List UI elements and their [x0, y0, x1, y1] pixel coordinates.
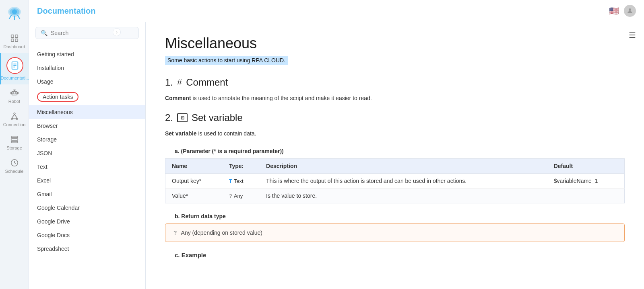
- nav-list: Getting started Installation Usage Actio…: [29, 44, 145, 289]
- row1-type: T Text: [223, 173, 260, 188]
- row1-desc: This is where the output of this action …: [260, 173, 547, 188]
- svg-line-3: [9, 15, 11, 19]
- table-row: Value* ? Any Is the value to store.: [165, 188, 625, 203]
- sidebar-item-dashboard[interactable]: Dashboard: [0, 30, 29, 53]
- nav-item-excel[interactable]: Excel: [29, 174, 145, 187]
- row2-desc: Is the value to store.: [260, 188, 547, 203]
- top-bar-right: 🇺🇸: [609, 5, 636, 17]
- app-title: Documentation: [37, 6, 96, 16]
- col-default: Default: [547, 158, 625, 173]
- type-t-icon: T: [229, 178, 232, 184]
- section-1-num: 1.: [165, 77, 173, 88]
- nav-item-action-tasks[interactable]: Action tasks: [29, 88, 145, 105]
- nav-item-google-calendar[interactable]: Google Calendar: [29, 201, 145, 215]
- section-2-desc: Set variable is used to contain data.: [165, 129, 625, 138]
- sidebar-item-schedule[interactable]: Schedule: [0, 154, 29, 178]
- documentation-circle-icon: [6, 57, 23, 74]
- search-inner: 🔍: [35, 27, 139, 39]
- svg-rect-18: [17, 92, 18, 94]
- row2-type: ? Any: [223, 188, 260, 203]
- nav-item-text[interactable]: Text: [29, 160, 145, 174]
- svg-rect-27: [11, 141, 18, 143]
- section-2-desc-bold: Set variable: [165, 130, 197, 137]
- col-name: Name: [165, 158, 223, 173]
- icon-sidebar: Dashboard Documentati... Robot: [0, 0, 29, 289]
- nav-item-getting-started[interactable]: Getting started: [29, 47, 145, 61]
- col-type: Type:: [223, 158, 260, 173]
- sidebar-item-documentation[interactable]: Documentati...: [0, 53, 29, 84]
- svg-rect-8: [11, 39, 13, 41]
- nav-item-installation[interactable]: Installation: [29, 61, 145, 75]
- sidebar-item-storage[interactable]: Storage: [0, 131, 29, 154]
- type-q-icon: ?: [229, 193, 232, 199]
- section-2-title: Set variable: [192, 112, 243, 123]
- section-2-desc-rest: is used to contain data.: [197, 130, 256, 137]
- svg-point-16: [15, 93, 16, 94]
- svg-point-15: [12, 93, 14, 94]
- nav-item-gmail[interactable]: Gmail: [29, 187, 145, 201]
- sidebar-item-connection[interactable]: Connection: [0, 108, 29, 131]
- col-description: Description: [260, 158, 547, 173]
- nav-item-browser[interactable]: Browser: [29, 119, 145, 133]
- left-nav: 🔍 Getting started Installation Usage Act…: [29, 22, 146, 289]
- nav-item-spreadsheet[interactable]: Spreadsheet: [29, 242, 145, 256]
- section-1-title: Comment: [186, 77, 228, 88]
- table-row: Output key* T Text This is where the out…: [165, 173, 625, 188]
- return-heading: b. Return data type: [165, 213, 625, 219]
- section-1-heading: 1. # Comment: [165, 77, 625, 88]
- svg-line-22: [12, 114, 14, 118]
- section-1-desc: Comment is used to annotate the meaning …: [165, 94, 625, 102]
- param-heading: a. (Parameter (* is a required parameter…: [165, 148, 625, 154]
- main-area: 🔍 Getting started Installation Usage Act…: [29, 22, 644, 289]
- type-t-label: Text: [234, 178, 244, 184]
- top-bar: Documentation 🇺🇸: [29, 0, 644, 22]
- svg-rect-26: [11, 139, 18, 140]
- example-heading: c. Example: [165, 252, 625, 258]
- svg-rect-17: [10, 92, 11, 94]
- search-icon: 🔍: [41, 30, 47, 36]
- svg-rect-25: [11, 136, 18, 138]
- nav-item-miscellaneous[interactable]: Miscellaneous: [29, 105, 145, 119]
- menu-icon[interactable]: ☰: [629, 30, 636, 40]
- svg-point-19: [14, 113, 15, 115]
- return-text: Any (depending on stored value): [181, 230, 262, 236]
- content-area: ☰ Miscellaneous Some basic actions to st…: [146, 22, 644, 289]
- row2-default: [547, 188, 625, 203]
- section-1-desc-bold: Comment: [165, 95, 191, 101]
- svg-point-2: [12, 9, 17, 14]
- type-badge: T Text: [229, 178, 244, 184]
- collapse-button[interactable]: ›: [113, 28, 121, 36]
- hash-icon: #: [177, 77, 182, 88]
- search-input[interactable]: [51, 30, 134, 36]
- row2-name: Value*: [165, 188, 223, 203]
- search-box: 🔍: [29, 22, 145, 44]
- nav-item-storage[interactable]: Storage: [29, 133, 145, 146]
- var-icon: ⊡: [177, 113, 188, 122]
- nav-item-json[interactable]: JSON: [29, 146, 145, 160]
- nav-item-google-docs[interactable]: Google Docs: [29, 228, 145, 242]
- svg-line-5: [17, 15, 19, 19]
- type-badge: ? Any: [229, 193, 243, 199]
- section-2-heading: 2. ⊡ Set variable: [165, 112, 625, 123]
- svg-rect-6: [11, 35, 13, 37]
- return-q-icon: ?: [173, 230, 177, 236]
- params-table: Name Type: Description Default Output ke…: [165, 158, 625, 203]
- row1-name: Output key*: [165, 173, 223, 188]
- page-title: Miscellaneous: [165, 35, 625, 52]
- avatar[interactable]: [624, 5, 636, 17]
- svg-line-23: [14, 114, 17, 118]
- type-q-label: Any: [234, 193, 243, 199]
- row1-default: $variableName_1: [547, 173, 625, 188]
- svg-rect-9: [15, 39, 17, 41]
- svg-rect-7: [15, 35, 17, 37]
- return-box: ? Any (depending on stored value): [165, 223, 625, 242]
- page-subtitle: Some basic actions to start using RPA CL…: [165, 56, 288, 65]
- svg-point-29: [629, 8, 631, 11]
- flag-icon[interactable]: 🇺🇸: [609, 6, 619, 16]
- sidebar-item-robot[interactable]: Robot: [0, 84, 29, 108]
- nav-item-usage[interactable]: Usage: [29, 75, 145, 88]
- logo: [6, 4, 23, 22]
- section-1-desc-rest: is used to annotate the meaning of the s…: [191, 95, 372, 101]
- section-2-num: 2.: [165, 112, 173, 123]
- nav-item-google-drive[interactable]: Google Drive: [29, 215, 145, 228]
